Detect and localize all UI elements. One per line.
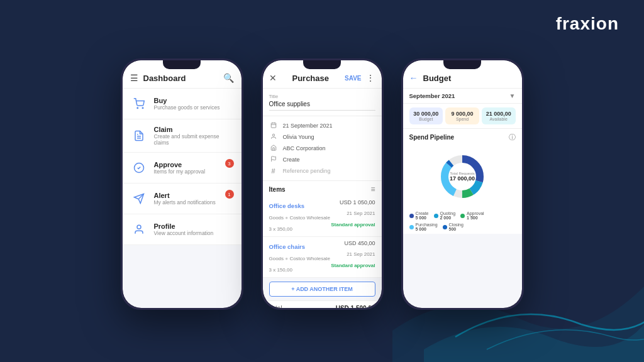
add-item-button[interactable]: + ADD ANOTHER ITEM bbox=[269, 282, 375, 297]
item1-date: 21 Sep 2021 bbox=[347, 211, 375, 216]
svg-rect-8 bbox=[271, 123, 276, 128]
period-text: September 2021 bbox=[409, 92, 455, 99]
available-value: 21 000,00 bbox=[484, 111, 513, 117]
purchase-details: 21 September 2021 Olivia Young ABC Corpo… bbox=[263, 116, 382, 181]
back-icon[interactable]: ← bbox=[409, 73, 418, 83]
approval-legend: Approval1 500 bbox=[467, 211, 484, 220]
alert-label: Alert bbox=[154, 192, 234, 199]
detail-date: 21 September 2021 bbox=[269, 120, 375, 131]
total-label: Total bbox=[269, 305, 282, 308]
budget-title: Budget bbox=[423, 74, 452, 83]
donut-chart: Total Requests 17 000,00 bbox=[434, 148, 491, 205]
app-logo: fraxion bbox=[556, 14, 619, 34]
dashboard-menu: Buy Purchase goods or services bbox=[123, 89, 242, 245]
svg-point-7 bbox=[137, 225, 141, 229]
legend-approval: Approval1 500 bbox=[460, 211, 484, 220]
item1-price: USD 1 050,00 bbox=[340, 199, 375, 206]
logo-text: fraxion bbox=[556, 14, 619, 33]
approval-dot bbox=[460, 214, 465, 218]
pipeline-header: Spend Pipeline ⓘ bbox=[403, 129, 522, 145]
phone-dashboard: ☰ Dashboard 🔍 Buy Pu bbox=[121, 58, 243, 310]
claim-icon bbox=[130, 127, 148, 145]
item2-name: Office chairs bbox=[269, 243, 306, 250]
closing-dot bbox=[443, 225, 447, 229]
budget-label: Budget bbox=[412, 117, 441, 121]
claim-sub: Create and submit expense claims bbox=[154, 133, 234, 146]
date-text: 21 September 2021 bbox=[283, 123, 333, 129]
dashboard-header-left: ☰ Dashboard bbox=[130, 73, 186, 83]
item2-details: Goods ● Costco Wholesale bbox=[269, 256, 330, 261]
profile-label: Profile bbox=[154, 222, 234, 230]
item2-date: 21 Sep 2021 bbox=[347, 251, 375, 257]
quoting-legend: Quoting2 000 bbox=[440, 211, 456, 220]
approve-text: Approve Items for my approval bbox=[154, 161, 234, 175]
period-selector[interactable]: September 2021 ▼ bbox=[403, 89, 522, 104]
dashboard-title: Dashboard bbox=[143, 74, 186, 83]
approve-sub: Items for my approval bbox=[154, 168, 234, 175]
purchase-title: Purchase bbox=[292, 74, 329, 83]
spend-value: 9 000,00 bbox=[448, 111, 477, 117]
building-icon bbox=[269, 145, 278, 152]
purchasing-legend: Purchasing5 000 bbox=[416, 222, 438, 231]
claim-label: Claim bbox=[154, 126, 234, 133]
item1-name: Office desks bbox=[269, 202, 305, 209]
hash-icon: # bbox=[269, 167, 278, 175]
donut-value: 17 000,00 bbox=[450, 175, 475, 182]
svg-point-12 bbox=[272, 134, 274, 136]
phone-notch-1 bbox=[163, 60, 201, 69]
phones-container: ☰ Dashboard 🔍 Buy Pu bbox=[121, 58, 524, 310]
hamburger-icon[interactable]: ☰ bbox=[130, 73, 138, 83]
profile-sub: View account information bbox=[154, 230, 234, 236]
detail-person: Olivia Young bbox=[269, 131, 375, 143]
buy-text: Buy Purchase goods or services bbox=[154, 97, 234, 111]
alert-sub: My alerts and notifications bbox=[154, 199, 234, 206]
create-legend: Create5 000 bbox=[416, 211, 429, 220]
menu-item-claim[interactable]: Claim Create and submit expense claims bbox=[123, 119, 242, 153]
legend-closing: Closing500 bbox=[443, 222, 464, 231]
menu-item-buy[interactable]: Buy Purchase goods or services bbox=[123, 89, 242, 119]
claim-text: Claim Create and submit expense claims bbox=[154, 126, 234, 146]
buy-label: Buy bbox=[154, 97, 234, 104]
budget-stats: 30 000,00 Budget 9 000,00 Spend 21 000,0… bbox=[403, 104, 522, 129]
search-icon[interactable]: 🔍 bbox=[223, 73, 234, 83]
phone-budget: ← Budget September 2021 ▼ 30 000,00 Budg… bbox=[401, 58, 524, 310]
available-label: Available bbox=[484, 117, 513, 121]
filter-icon[interactable]: ≡ bbox=[370, 185, 375, 194]
chart-area: Total Requests 17 000,00 bbox=[403, 145, 522, 209]
info-icon[interactable]: ⓘ bbox=[509, 133, 516, 142]
save-button[interactable]: SAVE bbox=[345, 75, 362, 82]
company-text: ABC Corporation bbox=[283, 145, 326, 151]
stat-available: 21 000,00 Available bbox=[482, 107, 516, 124]
purchase-item-2: Office chairs USD 450,00 Goods ● Costco … bbox=[263, 237, 382, 278]
spend-label: Spend bbox=[448, 117, 477, 121]
ref-text: Reference pending bbox=[283, 168, 331, 174]
item1-qty: 3 x 350,00 bbox=[269, 226, 292, 232]
legend-create: Create5 000 bbox=[409, 211, 429, 220]
close-icon[interactable]: ✕ bbox=[269, 73, 277, 83]
donut-center: Total Requests 17 000,00 bbox=[450, 172, 475, 182]
buy-sub: Purchase goods or services bbox=[154, 104, 234, 111]
more-icon[interactable]: ⋮ bbox=[366, 73, 375, 83]
purchase-header-actions: SAVE ⋮ bbox=[345, 73, 375, 83]
item2-qty: 3 x 150,00 bbox=[269, 267, 292, 273]
stat-budget: 30 000,00 Budget bbox=[409, 107, 443, 124]
item2-price: USD 450,00 bbox=[344, 240, 375, 246]
profile-text: Profile View account information bbox=[154, 222, 234, 236]
alert-text: Alert My alerts and notifications bbox=[154, 192, 234, 206]
phone-screen-3: ← Budget September 2021 ▼ 30 000,00 Budg… bbox=[403, 60, 522, 308]
title-label: Title bbox=[269, 94, 375, 99]
menu-item-alert[interactable]: Alert My alerts and notifications 1 bbox=[123, 184, 242, 214]
quoting-dot bbox=[434, 214, 438, 218]
title-value[interactable]: Office supplies bbox=[269, 101, 375, 111]
menu-item-approve[interactable]: Approve Items for my approval 3 bbox=[123, 153, 242, 184]
phone-notch-2 bbox=[303, 60, 341, 69]
stat-spend: 9 000,00 Spend bbox=[445, 107, 479, 124]
purchasing-dot bbox=[409, 225, 414, 229]
status-text: Create bbox=[283, 156, 300, 163]
purchase-total: Total USD 1 500,00 bbox=[263, 300, 382, 308]
legend-quoting: Quoting2 000 bbox=[434, 211, 456, 220]
closing-legend: Closing500 bbox=[449, 222, 464, 231]
item1-approval: Standard approval bbox=[331, 222, 375, 228]
menu-item-profile[interactable]: Profile View account information bbox=[123, 214, 242, 245]
phone-purchase: ✕ Purchase SAVE ⋮ Title Office supplies … bbox=[261, 58, 384, 310]
